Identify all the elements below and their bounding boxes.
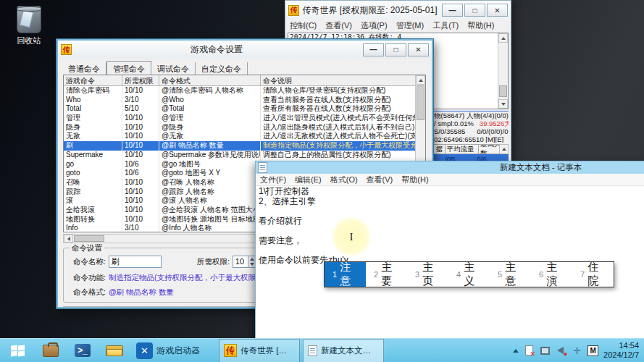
table-cell: 查看所有服务器在线人数(支持权限分配)	[261, 104, 425, 114]
notepad-line: 需要注意，	[259, 236, 644, 246]
table-row[interactable]: 无敌10/10@无敌进入/退出无敌模式(进入模式后人物不会死亡)(支持权限	[64, 132, 425, 141]
table-cell: 刷	[64, 141, 122, 151]
clock-date: 2024/12/7	[603, 350, 639, 360]
scroll-left-button[interactable]	[64, 235, 73, 243]
recycle-bin[interactable]: 回收站	[6, 6, 52, 46]
table-row[interactable]: 管理10/10@管理进入/退出管理员模式(进入模式后不会受到任何角色攻击)	[64, 114, 425, 123]
table-cell: 查看当前服务器在线人数(支持权限分配)	[261, 96, 425, 105]
tab-普通命令[interactable]: 普通命令	[62, 62, 106, 75]
menu-item[interactable]: 查看(V)	[362, 173, 398, 187]
table-row[interactable]: Who3/10@Who查看当前服务器在线人数(支持权限分配)	[64, 96, 425, 105]
ime-candidate[interactable]: 5主意	[490, 262, 531, 287]
server-manager-button[interactable]	[35, 339, 67, 362]
scroll-thumb[interactable]	[417, 85, 425, 120]
scroll-up-button[interactable]	[416, 75, 425, 85]
table-cell: 制造指定物品(支持权限分配，小于最大权限受允许、禁	[261, 141, 425, 151]
legend-close-button[interactable]: ✕	[487, 4, 508, 17]
ime-mode-icon[interactable]: M	[587, 345, 598, 356]
menu-item[interactable]: 查看(V)	[321, 19, 356, 33]
scroll-up-button[interactable]	[498, 33, 508, 43]
document-error-tray-icon[interactable]: ✕	[524, 345, 535, 356]
ime-candidate[interactable]: 6主演	[531, 262, 572, 287]
ime-candidate[interactable]: 3主页	[407, 262, 448, 287]
menu-item[interactable]: 控制(C)	[285, 19, 321, 33]
command-table-header: 游戏命令 所需权限 命令格式 命令说明	[64, 75, 425, 86]
menu-item[interactable]: 选项(P)	[356, 19, 392, 33]
legend-app-icon: 传	[288, 5, 299, 16]
menu-item[interactable]: 格式(O)	[326, 173, 362, 187]
ime-candidate-number: 7	[580, 270, 585, 279]
clock-time: 14:54	[603, 341, 639, 350]
table-cell: 5/10	[122, 104, 159, 114]
notepad-app-icon	[258, 162, 267, 173]
menu-item[interactable]: 帮助(H)	[397, 173, 432, 187]
permission-spinner[interactable]: 10	[233, 256, 257, 268]
game-launcher-button[interactable]: ✕ 游戏启动器	[130, 339, 206, 362]
ime-candidate-number: 5	[498, 270, 502, 279]
triangle-up-icon	[502, 148, 506, 151]
notepad-titlebar[interactable]: 新建文本文档 - 记事本	[256, 161, 644, 174]
cmd-tab-strip: 普通命令管理命令调试命令自定义命令	[62, 61, 248, 75]
ime-candidate-text: 主要	[381, 261, 399, 288]
powershell-button[interactable]: >_	[67, 339, 99, 362]
stats-scroll-up[interactable]	[499, 144, 509, 154]
header-game-command[interactable]: 游戏命令	[64, 75, 122, 86]
scroll-thumb[interactable]	[74, 235, 104, 242]
header-command-description[interactable]: 命令说明	[261, 75, 425, 86]
tab-管理命令[interactable]: 管理命令	[106, 61, 151, 75]
notepad-line: 1\打开控制器	[259, 187, 644, 197]
table-cell: 10/10	[122, 132, 159, 141]
scroll-thumb[interactable]	[499, 85, 507, 97]
taskbar-legend-window-button[interactable]: 传 传奇世界 [授权期...	[219, 339, 300, 362]
cmd-maximize-button[interactable]: □	[385, 43, 406, 56]
legend-titlebar[interactable]: 传 传奇世界 [授权期限至: 2025-05-01] — □ ✕	[285, 1, 511, 20]
scroll-down-button[interactable]	[498, 99, 508, 109]
ime-candidate[interactable]: 4主义	[448, 262, 490, 287]
table-row[interactable]: Supermake10/10@Supermake 参数详见使用说明调整自己身上的…	[64, 151, 425, 160]
volume-tray-icon[interactable]: ●	[556, 345, 566, 356]
table-cell: 10/10	[122, 188, 159, 197]
ime-candidate[interactable]: 1注意	[325, 262, 366, 287]
recycle-bin-icon	[17, 6, 41, 33]
legend-log-scrollbar[interactable]	[498, 33, 508, 109]
menu-item[interactable]: 工具(T)	[428, 19, 463, 33]
table-cell: @goto 地图号 X Y	[159, 169, 261, 178]
monitor-icon	[540, 347, 550, 355]
menu-item[interactable]: 文件(F)	[256, 173, 290, 187]
file-explorer-button[interactable]	[99, 339, 130, 362]
table-row[interactable]: 隐身10/10@隐身进入/退出隐身模式(进入模式后别人看不到自己)(支持权	[64, 123, 425, 132]
table-cell: 进入/退出隐身模式(进入模式后别人看不到自己)(支持权	[261, 123, 425, 132]
tab-调试命令[interactable]: 调试命令	[151, 62, 196, 75]
menu-item[interactable]: 编辑(E)	[290, 173, 326, 187]
menu-item[interactable]: 帮助(H)	[463, 19, 498, 33]
cmd-titlebar[interactable]: 传 游戏命令设置 — □ ✕	[58, 41, 432, 59]
start-button[interactable]	[0, 339, 35, 362]
header-command-format[interactable]: 命令格式	[159, 75, 261, 86]
ime-candidate-text: 主义	[464, 261, 482, 288]
menu-item[interactable]: 管理(M)	[392, 19, 429, 33]
legend-maximize-button[interactable]: □	[464, 4, 485, 17]
ime-candidate-number: 4	[456, 270, 461, 279]
network-tray-icon[interactable]	[540, 345, 551, 356]
powershell-icon: >_	[75, 344, 91, 357]
legend-minimize-button[interactable]: —	[442, 4, 463, 17]
status-days-remaining: 39.9526天	[480, 119, 509, 127]
cmd-close-button[interactable]: ✕	[408, 43, 429, 56]
cmd-minimize-button[interactable]: —	[363, 43, 384, 56]
move-tool-tray-icon[interactable]: ✛	[572, 345, 582, 356]
taskbar-clock[interactable]: 14:54 2024/12/7	[603, 341, 639, 360]
taskbar-notepad-window-button[interactable]: 新建文本文档 - ...	[303, 339, 384, 362]
table-cell: 清除人物仓库/登录密码(支持权限分配)	[261, 86, 425, 96]
command-name-input[interactable]	[109, 256, 162, 268]
game-launcher-icon: ✕	[136, 342, 153, 359]
legend-app-icon: 传	[224, 344, 237, 357]
tab-自定义命令[interactable]: 自定义命令	[196, 62, 248, 75]
ime-candidate[interactable]: 7住院	[572, 262, 614, 287]
ime-candidate[interactable]: 2主要	[366, 262, 407, 287]
table-row[interactable]: 刷10/10@刷 物品名称 数量制造指定物品(支持权限分配，小于最大权限受允许、…	[64, 141, 425, 151]
triangle-up-icon	[501, 37, 506, 40]
header-required-permission[interactable]: 所需权限	[122, 75, 159, 86]
table-row[interactable]: 清除仓库密码10/10@清除仓库密码 人物名称清除人物仓库/登录密码(支持权限分…	[64, 86, 425, 96]
table-row[interactable]: Total5/10@Total查看所有服务器在线人数(支持权限分配)	[64, 104, 425, 114]
show-hidden-icons-button[interactable]	[513, 349, 519, 353]
